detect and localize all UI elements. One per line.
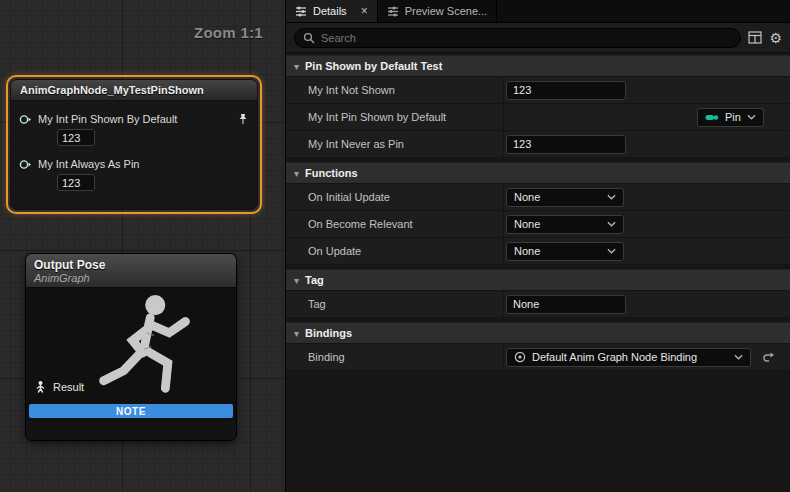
- property-label: Binding: [286, 344, 504, 370]
- property-row-on-initial-update: On Initial Update None: [286, 184, 790, 211]
- chevron-down-icon: [607, 194, 616, 200]
- pin-icon: [705, 113, 719, 122]
- tab-label: Details: [313, 5, 347, 17]
- pin-visibility-icon[interactable]: [237, 113, 249, 125]
- property-row-my-int-not-shown: My Int Not Shown: [286, 77, 790, 104]
- close-icon[interactable]: ×: [361, 4, 368, 18]
- pin-label: My Int Always As Pin: [38, 158, 249, 170]
- binding-icon: [514, 351, 526, 363]
- search-box[interactable]: [294, 28, 741, 48]
- reset-to-default-icon[interactable]: [763, 352, 775, 363]
- property-label: My Int Never as Pin: [286, 131, 504, 157]
- anim-graph-test-node[interactable]: AnimGraphNode_MyTestPinShown My Int Pin …: [6, 75, 262, 214]
- result-pin[interactable]: Result: [34, 380, 84, 393]
- my-int-not-shown-input[interactable]: [506, 81, 626, 100]
- int-pin-icon[interactable]: [19, 114, 32, 125]
- chevron-down-icon: [734, 354, 743, 360]
- on-update-dropdown[interactable]: None: [506, 242, 624, 261]
- property-row-on-become-relevant: On Become Relevant None: [286, 211, 790, 238]
- details-panel: Details × Preview Scene...: [285, 0, 790, 492]
- result-pin-label: Result: [53, 381, 84, 393]
- pin-value-input[interactable]: [57, 174, 95, 191]
- property-row-my-int-pin-shown-by-default: My Int Pin Shown by Default Pin: [286, 104, 790, 131]
- chevron-down-icon: ▾: [294, 275, 299, 286]
- dropdown-value: None: [514, 218, 601, 230]
- tab-preview-scene[interactable]: Preview Scene...: [378, 0, 498, 22]
- node-body: My Int Pin Shown By Default My Int Alway…: [11, 101, 257, 209]
- property-list: ▾ Pin Shown by Default Test My Int Not S…: [286, 53, 790, 492]
- chevron-down-icon: ▾: [294, 168, 299, 179]
- int-pin-icon[interactable]: [19, 159, 32, 170]
- anim-graph-viewport[interactable]: Zoom 1:1 AnimGraphNode_MyTestPinShown My…: [0, 0, 285, 492]
- search-icon: [303, 32, 315, 44]
- property-row-binding: Binding Default Anim Graph Node Binding: [286, 344, 790, 371]
- on-become-relevant-dropdown[interactable]: None: [506, 215, 624, 234]
- mannequin-image: [84, 290, 224, 416]
- output-pose-node[interactable]: Output Pose AnimGraph: [25, 253, 237, 441]
- tab-label: Preview Scene...: [405, 5, 488, 17]
- property-label: On Update: [286, 238, 504, 264]
- search-input[interactable]: [321, 32, 732, 44]
- pin-label: My Int Pin Shown By Default: [38, 113, 231, 125]
- property-label: My Int Not Shown: [286, 77, 504, 103]
- chevron-down-icon: [607, 221, 616, 227]
- section-title: Functions: [305, 167, 358, 179]
- node-inner: AnimGraphNode_MyTestPinShown My Int Pin …: [10, 79, 258, 210]
- node-title[interactable]: AnimGraphNode_MyTestPinShown: [11, 80, 257, 101]
- preview-scene-tab-icon: [387, 5, 399, 17]
- pin-row: My Int Pin Shown By Default: [19, 113, 249, 125]
- anim-blueprint-editor: Zoom 1:1 AnimGraphNode_MyTestPinShown My…: [0, 0, 790, 492]
- tab-bar: Details × Preview Scene...: [286, 0, 790, 23]
- section-header-pin-shown-by-default-test[interactable]: ▾ Pin Shown by Default Test: [286, 55, 790, 77]
- section-header-tag[interactable]: ▾ Tag: [286, 269, 790, 291]
- dropdown-value: Pin: [725, 111, 741, 123]
- property-row-tag: Tag: [286, 291, 790, 318]
- details-tab-icon: [295, 5, 307, 17]
- property-label: My Int Pin Shown by Default: [286, 104, 504, 130]
- binding-dropdown[interactable]: Default Anim Graph Node Binding: [506, 348, 751, 367]
- on-initial-update-dropdown[interactable]: None: [506, 188, 624, 207]
- section-title: Pin Shown by Default Test: [305, 60, 442, 72]
- tab-details[interactable]: Details ×: [286, 0, 378, 22]
- search-row: ⚙: [286, 23, 790, 53]
- property-row-my-int-never-as-pin: My Int Never as Pin: [286, 131, 790, 158]
- property-label: On Become Relevant: [286, 211, 504, 237]
- section-title: Bindings: [305, 327, 352, 339]
- chevron-down-icon: [607, 248, 616, 254]
- tag-input[interactable]: [506, 295, 626, 314]
- property-row-on-update: On Update None: [286, 238, 790, 265]
- note-badge[interactable]: NOTE: [29, 404, 233, 418]
- pose-pin-icon: [34, 380, 47, 393]
- property-label: Tag: [286, 291, 504, 317]
- section-header-functions[interactable]: ▾ Functions: [286, 162, 790, 184]
- dropdown-value: Default Anim Graph Node Binding: [532, 351, 728, 363]
- dropdown-value: None: [514, 245, 601, 257]
- my-int-never-as-pin-input[interactable]: [506, 135, 626, 154]
- node-subtitle: AnimGraph: [34, 272, 228, 284]
- property-label: On Initial Update: [286, 184, 504, 210]
- chevron-down-icon: ▾: [294, 61, 299, 72]
- settings-gear-icon[interactable]: ⚙: [769, 31, 782, 45]
- node-title: Output Pose: [34, 258, 228, 272]
- column-view-icon[interactable]: [748, 31, 762, 44]
- pin-mode-dropdown[interactable]: Pin: [697, 108, 764, 127]
- node-header: Output Pose AnimGraph: [26, 254, 236, 288]
- pin-value-input[interactable]: [57, 129, 95, 146]
- dropdown-value: None: [514, 191, 601, 203]
- pin-row: My Int Always As Pin: [19, 158, 249, 170]
- section-title: Tag: [305, 274, 324, 286]
- zoom-level-label: Zoom 1:1: [194, 24, 263, 41]
- section-header-bindings[interactable]: ▾ Bindings: [286, 322, 790, 344]
- node-body: Result NOTE: [26, 288, 236, 421]
- chevron-down-icon: [747, 114, 756, 120]
- chevron-down-icon: ▾: [294, 328, 299, 339]
